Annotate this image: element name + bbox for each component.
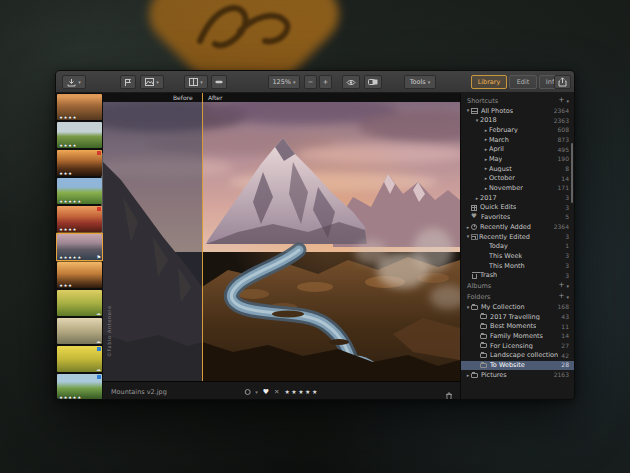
zoom-in-button[interactable]: +: [319, 75, 332, 89]
tree-item-count: 608: [555, 127, 569, 133]
thumb-rating-stars: ★★★★: [59, 228, 77, 233]
tree-item-label: For Licensing: [490, 343, 533, 350]
tree-item-count: 2363: [551, 118, 569, 124]
filmstrip-thumbnail[interactable]: ★★★★★⚑☁: [57, 234, 102, 260]
chevron-down-icon: ▾: [566, 283, 569, 289]
tree-item-count: 11: [558, 324, 569, 330]
library-tree-item[interactable]: ▾20182363: [461, 116, 574, 126]
tree-item-count: 42: [558, 353, 569, 359]
preview-eye-button[interactable]: [342, 75, 360, 89]
library-tree-item[interactable]: ▾Recently Edited3: [461, 232, 574, 242]
library-tree-item[interactable]: ▸August8: [461, 164, 574, 174]
folders-header: Folders + ▾: [461, 291, 574, 302]
flag-filter-button[interactable]: [120, 75, 136, 89]
library-tree-item[interactable]: ▸Pictures2163: [461, 370, 574, 380]
filmstrip-thumbnail[interactable]: ⚑☁: [57, 318, 102, 344]
compare-divider-handle[interactable]: [202, 93, 204, 381]
tree-item-count: 2364: [551, 108, 569, 114]
filmstrip-thumbnail[interactable]: ★★★★⚑☁: [57, 206, 102, 232]
tree-item-icon: [480, 343, 487, 348]
toolbar-tab[interactable]: Library: [471, 75, 507, 89]
tree-item-icon: [471, 214, 478, 220]
thumbnail-size-button[interactable]: ▾: [140, 75, 164, 89]
zoom-out-button[interactable]: −: [304, 75, 317, 89]
photographer-watermark: ©Fabio Antenore: [106, 305, 112, 357]
tree-item-label: 2017: [480, 195, 497, 202]
compare-view-button[interactable]: ▾: [184, 75, 208, 89]
zoom-level-dropdown[interactable]: 125% ▾: [268, 75, 300, 89]
library-tree-item[interactable]: ▾All Photos2364: [461, 106, 574, 116]
before-after-toggle-button[interactable]: [364, 75, 382, 89]
tools-dropdown[interactable]: Tools ▾: [404, 75, 436, 89]
tree-item-label: November: [489, 185, 523, 192]
library-tree-item[interactable]: ▸20173: [461, 193, 574, 203]
library-tree-item[interactable]: Today1: [461, 242, 574, 252]
eye-icon: [346, 79, 356, 86]
tree-item-icon: [471, 108, 478, 114]
library-tree-item[interactable]: ▸May190: [461, 154, 574, 164]
library-tree-item[interactable]: 2017 Travelling43: [461, 312, 574, 322]
main-photo: ©Fabio Antenore: [103, 102, 460, 381]
library-tree-item[interactable]: ▸April495: [461, 145, 574, 155]
tree-item-count: 3: [562, 195, 569, 201]
star-rating[interactable]: ★★★★★: [284, 389, 318, 395]
toolbar-tab[interactable]: Edit: [509, 75, 537, 89]
after-label: After: [208, 94, 222, 102]
tree-item-icon: [471, 224, 477, 230]
landscape-photo-rendering: [103, 102, 460, 381]
filmstrip-thumbnail[interactable]: ★★★★⚑☁: [57, 94, 102, 120]
filmstrip-thumbnail[interactable]: ★★★⚑☁: [57, 262, 102, 288]
thumb-rating-stars: ★★★★★: [59, 256, 82, 261]
add-album-button[interactable]: +: [559, 282, 565, 289]
tree-item-label: Family Moments: [490, 333, 543, 340]
app-window: ▾ ▾ ▾ 125% ▾ − +: [55, 70, 575, 400]
tree-item-label: 2017 Travelling: [490, 314, 540, 321]
tree-item-icon: [471, 205, 477, 211]
library-tree-item[interactable]: Best Moments11: [461, 322, 574, 332]
thumb-rating-stars: ★★★★: [59, 144, 77, 149]
library-tree-item[interactable]: To Website28: [461, 361, 574, 371]
library-tree-item[interactable]: ▸February608: [461, 125, 574, 135]
sync-cloud-icon: ☁: [96, 339, 101, 344]
library-tree-item[interactable]: ▸November171: [461, 184, 574, 194]
color-label-picker[interactable]: [244, 389, 250, 395]
shortcuts-tree: ▾All Photos2364▾20182363▸February608▸Mar…: [461, 106, 574, 280]
tree-item-label: Favorites: [481, 214, 510, 221]
single-view-button[interactable]: [211, 75, 227, 89]
library-tree-item[interactable]: Landscape collection42: [461, 351, 574, 361]
filmstrip-thumbnail[interactable]: ★★★⚑☁: [57, 150, 102, 176]
library-tree-item[interactable]: Family Moments14: [461, 331, 574, 341]
trash-button[interactable]: [445, 387, 453, 400]
library-tree-item[interactable]: ▸March873: [461, 135, 574, 145]
library-tree-item[interactable]: Trash3: [461, 271, 574, 281]
add-shortcut-button[interactable]: +: [559, 97, 565, 104]
library-tree-item[interactable]: ▾My Collection168: [461, 302, 574, 312]
import-button[interactable]: ▾: [62, 75, 86, 89]
library-tree-item[interactable]: ▸Recently Added2364: [461, 222, 574, 232]
tree-item-icon: [471, 236, 476, 240]
tree-item-count: 3: [562, 273, 569, 279]
library-tree-item[interactable]: This Month3: [461, 261, 574, 271]
tree-item-icon: [480, 334, 487, 339]
share-icon: [558, 77, 567, 87]
library-tree-item[interactable]: This Week3: [461, 251, 574, 261]
share-button[interactable]: [554, 75, 571, 89]
add-folder-button[interactable]: +: [559, 293, 565, 300]
tree-item-count: 27: [558, 343, 569, 349]
filmstrip-thumbnail[interactable]: ⚑☁: [57, 290, 102, 316]
flag-icon: ⚑: [97, 255, 101, 260]
filmstrip-thumbnail[interactable]: ★★★★★⚑☁: [57, 178, 102, 204]
sidebar-scrollbar[interactable]: [571, 143, 573, 203]
library-tree-item[interactable]: ▸October14: [461, 174, 574, 184]
filmstrip-thumbnail[interactable]: ⚑☁: [57, 346, 102, 372]
reject-icon[interactable]: ✕: [274, 389, 279, 396]
library-tree-item[interactable]: Quick Edits3: [461, 203, 574, 213]
library-tree-item[interactable]: For Licensing27: [461, 341, 574, 351]
filmstrip-thumbnail[interactable]: ★★★★★⚑☁: [57, 374, 102, 400]
library-tree-item[interactable]: Favorites5: [461, 213, 574, 223]
favorite-heart-icon[interactable]: ♥: [263, 389, 269, 396]
chevron-down-icon: ▾: [566, 294, 569, 300]
filmstrip-thumbnail[interactable]: ★★★★⚑☁: [57, 122, 102, 148]
tree-item-label: Trash: [480, 272, 497, 279]
folders-tree: ▾My Collection1682017 Travelling43Best M…: [461, 302, 574, 380]
